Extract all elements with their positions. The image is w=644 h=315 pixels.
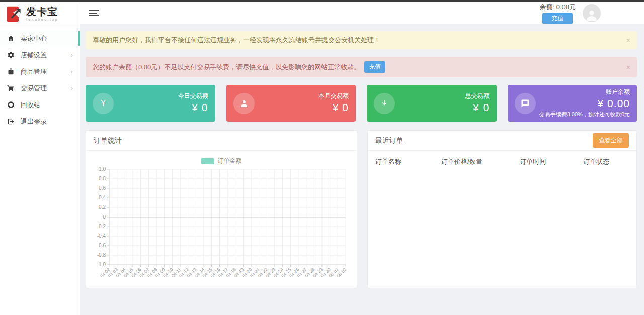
recycle-icon: [7, 101, 15, 109]
order-stats-panel: 订单统计 订单金额 1.00.80.60.40.20-0.2-0.4-0.6-0…: [86, 130, 357, 288]
sidebar: 发卡宝 fekabeo.top 卖家中心店铺设置›商品管理›交易管理›回收站退出…: [0, 2, 80, 315]
order-stats-chart-body: 订单金额 1.00.80.60.40.20-0.2-0.4-0.6-0.8-1.…: [86, 151, 357, 288]
order-column-header: 订单状态: [583, 157, 629, 166]
balance-block: 余额: 0.00元 充值: [539, 3, 576, 24]
svg-text:-1.0: -1.0: [97, 262, 106, 267]
recent-orders-title: 最近订单: [375, 136, 404, 145]
home-icon: [7, 35, 15, 42]
sidebar-item-label: 回收站: [21, 100, 40, 110]
stat-card-icon-circle: [233, 93, 255, 114]
svg-text:-0.8: -0.8: [97, 252, 106, 258]
svg-text:-0.4: -0.4: [97, 233, 106, 239]
balance-alert-banner: 您的账户余额（0.00元）不足以支付交易手续费，请尽快充值，以免影响您的网站正常…: [86, 57, 637, 77]
legend-swatch: [201, 158, 214, 164]
stat-card-value: ¥ 0: [465, 101, 490, 114]
balance-text: 余额: 0.00元: [539, 3, 576, 12]
sidebar-item-label: 交易管理: [21, 84, 47, 93]
stat-card-value: ¥ 0: [178, 101, 208, 114]
sidebar-item[interactable]: 商品管理›: [0, 63, 80, 80]
top-header: 余额: 0.00元 充值: [80, 2, 644, 25]
warning-banner-text: 尊敬的用户您好，我们平台不接任何违法违规业务，一经发现将永久冻结账号并提交公安机…: [93, 36, 380, 45]
brand-subtitle: fekabeo.top: [26, 18, 58, 22]
panels-row: 订单统计 订单金额 1.00.80.60.40.20-0.2-0.4-0.6-0…: [86, 130, 637, 288]
user-icon: [585, 8, 599, 22]
brand-logo-icon: [5, 5, 23, 23]
svg-text:-0.6: -0.6: [97, 243, 106, 248]
sidebar-item[interactable]: 回收站: [0, 96, 80, 113]
view-all-button[interactable]: 查看全部: [593, 133, 629, 148]
sidebar-item-label: 退出登录: [21, 117, 47, 126]
stat-card-info: 本月交易额¥ 0: [318, 92, 349, 114]
sidebar-item[interactable]: 交易管理›: [0, 80, 80, 96]
stat-card-info: 今日交易额¥ 0: [178, 92, 208, 114]
chevron-right-icon: ›: [71, 51, 73, 59]
order-column-header: 订单时间: [520, 157, 583, 166]
stat-card: ¥今日交易额¥ 0: [86, 85, 215, 122]
content: 尊敬的用户您好，我们平台不接任何违法违规业务，一经发现将永久冻结账号并提交公安机…: [80, 25, 644, 315]
close-icon[interactable]: ×: [626, 37, 630, 44]
avatar[interactable]: [583, 4, 601, 22]
stat-card-label: 今日交易额: [178, 92, 208, 100]
stat-card-value: ¥ 0.00: [539, 97, 630, 110]
svg-text:0: 0: [103, 214, 106, 220]
stat-card-value: ¥ 0: [318, 101, 349, 114]
cart-icon: [7, 84, 15, 92]
svg-text:-0.2: -0.2: [97, 224, 106, 229]
stat-card: 总交易额¥ 0: [367, 85, 497, 122]
svg-text:0.4: 0.4: [99, 195, 106, 200]
order-stats-title: 订单统计: [94, 136, 122, 145]
recharge-button[interactable]: 充值: [542, 13, 573, 24]
recent-orders-panel: 最近订单 查看全部 订单名称订单价格/数量订单时间订单状态: [367, 130, 637, 288]
order-column-header: 订单名称: [375, 157, 441, 166]
gear-icon: [7, 51, 15, 59]
arrow-down-icon: [380, 99, 389, 108]
sidebar-item[interactable]: 卖家中心: [0, 30, 80, 47]
sidebar-item-label: 商品管理: [21, 67, 47, 76]
warning-banner: 尊敬的用户您好，我们平台不接任何违法违规业务，一经发现将永久冻结账号并提交公安机…: [86, 31, 637, 49]
stat-card: 本月交易额¥ 0: [226, 85, 356, 122]
stat-card-note: 交易手续费3.00%，预计还可收款0元: [539, 111, 630, 118]
sidebar-item[interactable]: 店铺设置›: [0, 47, 80, 63]
stat-card-label: 账户余额: [539, 88, 630, 96]
stat-card-info: 账户余额¥ 0.00交易手续费3.00%，预计还可收款0元: [539, 88, 630, 118]
recent-orders-panel-header: 最近订单 查看全部: [368, 131, 636, 151]
bag-icon: [7, 68, 15, 75]
logout-icon: [7, 118, 15, 125]
stat-card-info: 总交易额¥ 0: [465, 92, 490, 114]
stat-card-icon-circle: [374, 93, 395, 114]
svg-text:0.2: 0.2: [99, 204, 106, 210]
legend-label: 订单金额: [218, 157, 242, 165]
svg-text:1.0: 1.0: [99, 166, 106, 172]
logo[interactable]: 发卡宝 fekabeo.top: [0, 2, 80, 26]
svg-text:0.8: 0.8: [99, 176, 106, 181]
main-area: 余额: 0.00元 充值 尊敬的用户您好，我们平台不接任何违法违规业务，一经发现…: [80, 2, 644, 315]
yen-icon: ¥: [101, 98, 105, 109]
user-icon: [239, 99, 249, 108]
close-icon[interactable]: ×: [626, 64, 630, 71]
hamburger-menu-icon[interactable]: [89, 9, 99, 18]
order-stats-panel-header: 订单统计: [86, 131, 357, 151]
chevron-right-icon: ›: [71, 84, 73, 92]
chevron-right-icon: ›: [71, 68, 73, 75]
stat-card-label: 总交易额: [465, 92, 490, 100]
sidebar-menu: 卖家中心店铺设置›商品管理›交易管理›回收站退出登录: [0, 26, 80, 130]
orders-table-header: 订单名称订单价格/数量订单时间订单状态: [368, 151, 636, 173]
stat-cards-row: ¥今日交易额¥ 0本月交易额¥ 0总交易额¥ 0账户余额¥ 0.00交易手续费3…: [86, 85, 637, 122]
order-stats-chart: 1.00.80.60.40.20-0.2-0.4-0.6-0.8-1.004-0…: [91, 166, 351, 288]
balance-alert-text: 您的账户余额（0.00元）不足以支付交易手续费，请尽快充值，以免影响您的网站正常…: [93, 63, 360, 72]
stat-card-label: 本月交易额: [318, 92, 349, 100]
alert-recharge-button[interactable]: 充值: [364, 61, 385, 73]
svg-text:0.6: 0.6: [99, 185, 106, 191]
sidebar-item[interactable]: 退出登录: [0, 113, 80, 130]
sidebar-item-label: 卖家中心: [21, 34, 47, 43]
brand-title: 发卡宝: [26, 6, 58, 17]
stat-card-icon-circle: ¥: [93, 93, 114, 114]
app-container: 发卡宝 fekabeo.top 卖家中心店铺设置›商品管理›交易管理›回收站退出…: [0, 2, 644, 315]
stat-card-icon-circle: [515, 93, 536, 114]
order-column-header: 订单价格/数量: [441, 157, 520, 166]
stat-card: 账户余额¥ 0.00交易手续费3.00%，预计还可收款0元: [508, 85, 637, 122]
comment-icon: [521, 99, 530, 108]
chart-legend[interactable]: 订单金额: [91, 157, 352, 165]
sidebar-item-label: 店铺设置: [21, 51, 47, 60]
